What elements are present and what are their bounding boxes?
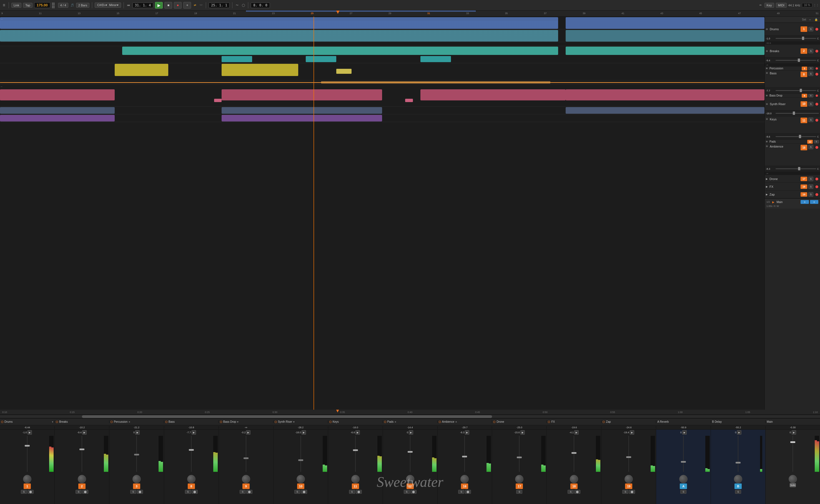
bassdrop-num[interactable]: 9 xyxy=(802,94,807,98)
bass-pan-knob[interactable] xyxy=(187,474,195,482)
synthriser-arrow[interactable]: ▾ xyxy=(293,421,295,423)
breaks-play[interactable]: ▶ xyxy=(82,430,87,435)
play-button[interactable]: ▶ xyxy=(155,2,163,9)
fx-ch-mute[interactable]: ⬤ xyxy=(574,490,580,494)
percussion-eq-icon[interactable]: ≡ xyxy=(128,421,130,423)
drums-num[interactable]: 1 xyxy=(801,26,807,32)
drone-collapse[interactable]: ▶ xyxy=(766,178,768,180)
drums-ch-num[interactable]: 1 xyxy=(24,483,31,489)
pads-ch-solo[interactable]: S xyxy=(404,490,410,494)
percussion-play[interactable]: ▶ xyxy=(135,430,140,435)
fx-pan-knob[interactable] xyxy=(570,474,578,482)
bassdrop-record[interactable]: ⬤ xyxy=(814,93,819,98)
pads-solo[interactable]: S xyxy=(814,140,819,143)
bars-display[interactable]: 2 Bars xyxy=(76,3,89,8)
synthriser-ch-solo[interactable]: S xyxy=(294,490,301,494)
metronome-icon[interactable]: 🎵 xyxy=(70,3,74,7)
drone-pan-knob[interactable] xyxy=(515,474,523,482)
percussion-num[interactable]: 3 xyxy=(802,67,807,70)
key-mode-btn[interactable]: Key xyxy=(765,3,774,8)
fx-play[interactable]: ▶ xyxy=(574,430,579,435)
drums-record[interactable]: ⬤ xyxy=(814,27,819,31)
bassdrop-pan-knob[interactable] xyxy=(242,474,250,482)
drone-num[interactable]: 17 xyxy=(801,177,807,181)
pads-eq-icon[interactable]: ≡ xyxy=(395,421,396,423)
bass-record[interactable]: ⬤ xyxy=(814,72,819,76)
bassdrop-play[interactable]: ▶ xyxy=(246,430,251,435)
breaks-fader-track[interactable] xyxy=(776,60,816,61)
arrangement-canvas[interactable]: ... xyxy=(0,17,765,410)
percussion-collapse[interactable]: ⊕ xyxy=(766,67,768,70)
synthriser-fader-lane[interactable] xyxy=(274,436,327,472)
synthriser-pan-knob[interactable] xyxy=(297,474,305,482)
skip-back-icon[interactable]: ⏮ xyxy=(126,3,131,7)
areverb-ch-solo[interactable]: S xyxy=(680,490,687,494)
fx-num[interactable]: 18 xyxy=(801,184,807,189)
loop-icon[interactable]: ⇄ xyxy=(193,3,197,7)
zap-collapse[interactable]: ▶ xyxy=(766,193,768,196)
breaks-ch-solo[interactable]: S xyxy=(75,490,82,494)
areverb-ch-num[interactable]: A xyxy=(680,483,687,489)
bassdrop-ch-solo[interactable]: S xyxy=(240,490,246,494)
synthriser-num[interactable]: 10 xyxy=(801,101,807,107)
bassdrop-fader-lane[interactable] xyxy=(220,436,273,472)
ambience-eq-icon[interactable]: ≡ xyxy=(455,421,457,423)
keys-fader-track[interactable] xyxy=(776,136,816,137)
bassdrop-ch-mute[interactable]: ⬤ xyxy=(246,490,253,494)
synthriser-record[interactable]: ⬤ xyxy=(814,102,819,106)
bassdrop-solo[interactable]: S xyxy=(808,94,813,97)
percussion-ch-num[interactable]: 3 xyxy=(133,483,140,489)
drums-ch-mute[interactable]: ⬤ xyxy=(27,490,34,494)
ambience-pan-knob[interactable] xyxy=(460,474,469,482)
breaks-solo[interactable]: S xyxy=(808,49,813,53)
zap-ch-mute[interactable]: ⬤ xyxy=(629,490,635,494)
fx-ch-num[interactable]: 18 xyxy=(570,483,577,489)
drone-play[interactable]: ▶ xyxy=(520,430,525,435)
zap-fader-lane[interactable] xyxy=(602,436,655,472)
main-fader-lane[interactable] xyxy=(766,436,819,472)
fx-solo[interactable]: S xyxy=(808,184,813,189)
keys-record[interactable]: ⬤ xyxy=(814,118,819,122)
fx-record[interactable]: ⬤ xyxy=(814,184,819,189)
drone-record[interactable]: ⬤ xyxy=(814,177,819,181)
percussion-ch-mute[interactable]: ⬤ xyxy=(137,490,143,494)
drums-ch-solo[interactable]: S xyxy=(21,490,27,494)
pads-ch-mute[interactable]: ⬤ xyxy=(410,490,417,494)
lock-icon[interactable]: 🔒 xyxy=(814,17,818,22)
pads-play[interactable]: ▶ xyxy=(409,430,413,435)
main-pan-knob[interactable] xyxy=(789,474,797,482)
drums-fader-lane[interactable] xyxy=(1,436,54,472)
zap-pan-knob[interactable] xyxy=(625,474,633,482)
automation-icon[interactable]: 〰 xyxy=(199,3,203,7)
pads-pan-knob[interactable] xyxy=(406,474,414,482)
zap-num[interactable]: 19 xyxy=(801,192,807,197)
synthriser-ch-num[interactable]: 10 xyxy=(297,483,304,489)
zap-ch-num[interactable]: 19 xyxy=(625,483,632,489)
pads-ch-num[interactable]: 12 xyxy=(407,483,414,489)
areverb-fader-lane[interactable] xyxy=(657,436,710,472)
breaks-pan-knob[interactable] xyxy=(78,474,86,482)
bdelay-ch-solo[interactable]: S xyxy=(735,490,741,494)
keys-fader-lane[interactable] xyxy=(329,436,382,472)
zap-ch-solo[interactable]: S xyxy=(622,490,629,494)
keys-ch-solo[interactable]: S xyxy=(349,490,355,494)
ambience-ch-solo[interactable]: S xyxy=(458,490,464,494)
time-sig-display[interactable]: 4 / 4 xyxy=(58,3,68,8)
pads-num[interactable]: 12 xyxy=(807,140,813,144)
bassdrop-arrow[interactable]: ▾ xyxy=(237,421,239,423)
hamburger-menu[interactable]: ☰ xyxy=(2,3,6,7)
drums-fader-track[interactable] xyxy=(776,38,816,39)
zap-record[interactable]: ⬤ xyxy=(814,192,819,197)
keys-num[interactable]: 11 xyxy=(801,118,807,123)
synthriser-collapse[interactable]: ⊖ xyxy=(766,103,768,105)
breaks-collapse[interactable]: ⊖ xyxy=(766,50,768,52)
pads-collapse[interactable]: ⊕ xyxy=(766,140,768,143)
ambience-record[interactable]: ⬤ xyxy=(814,145,819,149)
breaks-fader-lane[interactable] xyxy=(55,436,108,472)
percussion-ch-solo[interactable]: S xyxy=(130,490,136,494)
ambience-fader-lane[interactable] xyxy=(438,436,491,472)
fx-ch-solo[interactable]: S xyxy=(567,490,574,494)
ambience-play[interactable]: ▶ xyxy=(465,430,469,435)
bass-ch-mute[interactable]: ⬤ xyxy=(191,490,198,494)
drone-ch-num[interactable]: 17 xyxy=(516,483,523,489)
